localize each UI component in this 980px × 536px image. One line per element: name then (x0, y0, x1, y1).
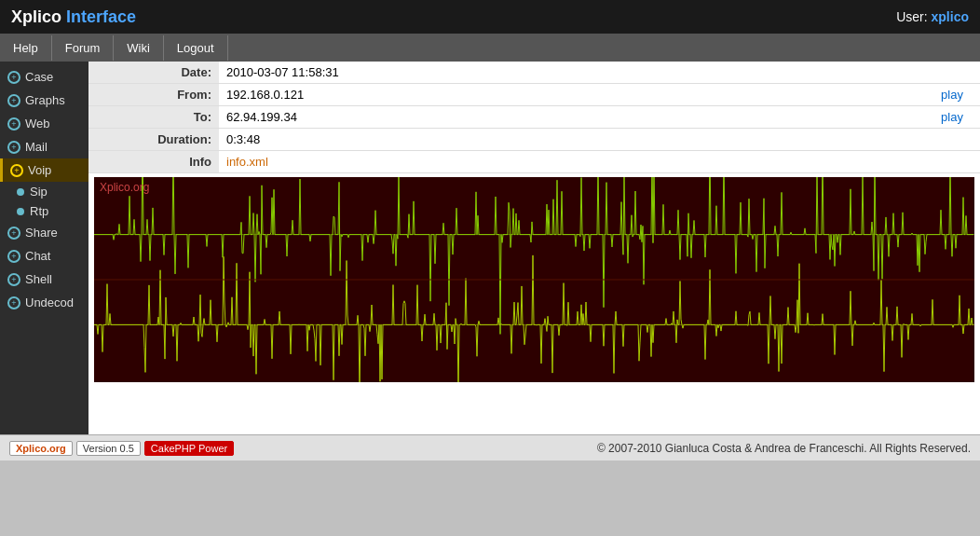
waveform-canvas (94, 177, 974, 382)
value-date: 2010-03-07 11:58:31 (219, 62, 924, 84)
mail-icon: + (7, 141, 20, 154)
sidebar-item-chat[interactable]: + Chat (0, 244, 88, 268)
footer-copyright: © 2007-2010 Gianluca Costa & Andrea de F… (597, 442, 971, 455)
shell-icon: + (7, 273, 20, 286)
play-link-from[interactable]: play (941, 88, 963, 102)
case-icon: + (7, 71, 20, 84)
nav-forum[interactable]: Forum (52, 35, 115, 61)
sidebar-item-shell[interactable]: + Shell (0, 268, 88, 291)
sidebar-label-web: Web (25, 117, 50, 131)
table-row-duration: Duration: 0:3:48 (88, 129, 980, 151)
play-cell-from[interactable]: play (924, 84, 980, 106)
play-link-to[interactable]: play (941, 110, 963, 124)
value-duration: 0:3:48 (219, 129, 924, 151)
sidebar-section: + Case + Graphs + Web + Mail + Voip Sip (0, 62, 88, 318)
value-from: 192.168.0.121 (219, 84, 924, 106)
web-icon: + (7, 117, 20, 131)
undecod-icon: + (7, 296, 20, 309)
sidebar-item-share[interactable]: + Share (0, 221, 88, 244)
app-title: Xplico Interface (11, 7, 136, 27)
sidebar-item-graphs[interactable]: + Graphs (0, 89, 88, 112)
sidebar-item-undecod[interactable]: + Undecod (0, 291, 88, 314)
sidebar-label-share: Share (25, 226, 58, 240)
sip-bullet (17, 188, 24, 196)
title-bold: Interface (66, 7, 136, 26)
content-area: Date: 2010-03-07 11:58:31 From: 192.168.… (88, 62, 980, 434)
label-to: To: (88, 106, 219, 129)
sidebar-item-mail[interactable]: + Mail (0, 135, 88, 158)
sidebar: + Case + Graphs + Web + Mail + Voip Sip (0, 62, 88, 434)
play-cell-info (924, 151, 980, 173)
graphs-icon: + (7, 94, 20, 107)
user-info: User: xplico (896, 9, 969, 24)
username: xplico (932, 9, 969, 24)
footer-logos: Xplico.org Version 0.5 CakePHP Power (9, 441, 234, 456)
play-cell-date (924, 62, 980, 84)
footer-cake-badge: CakePHP Power (144, 441, 234, 456)
sidebar-item-sip[interactable]: Sip (0, 182, 88, 201)
share-icon: + (7, 227, 20, 240)
waveform-label: Xplico.org (100, 181, 149, 194)
label-from: From: (88, 84, 219, 106)
sidebar-label-sip: Sip (30, 185, 48, 199)
sidebar-label-shell: Shell (25, 272, 52, 286)
play-cell-to[interactable]: play (924, 106, 980, 129)
waveform-container: Xplico.org (94, 177, 974, 382)
sidebar-label-undecod: Undecod (25, 295, 74, 309)
nav-wiki[interactable]: Wiki (114, 35, 164, 61)
sidebar-item-web[interactable]: + Web (0, 112, 88, 135)
sidebar-label-case: Case (25, 70, 53, 84)
play-cell-duration (924, 129, 980, 151)
sidebar-label-chat: Chat (25, 249, 50, 263)
title-plain: Xplico (11, 7, 61, 26)
table-row-date: Date: 2010-03-07 11:58:31 (88, 62, 980, 84)
sidebar-label-voip: Voip (28, 163, 51, 177)
footer-version-badge: Version 0.5 (76, 441, 141, 456)
info-table: Date: 2010-03-07 11:58:31 From: 192.168.… (88, 62, 980, 173)
sidebar-label-rtp: Rtp (30, 204, 48, 218)
footer: Xplico.org Version 0.5 CakePHP Power © 2… (0, 434, 980, 460)
info-xml-link[interactable]: info.xml (226, 155, 268, 169)
nav-help[interactable]: Help (0, 35, 52, 61)
app-header: Xplico Interface User: xplico (0, 0, 980, 34)
voip-icon: + (10, 164, 23, 177)
table-row-info: Info info.xml (88, 151, 980, 173)
label-info: Info (88, 151, 219, 173)
sidebar-item-rtp[interactable]: Rtp (0, 201, 88, 221)
sidebar-label-mail: Mail (25, 140, 48, 154)
user-label: User: (896, 9, 927, 24)
table-row-to: To: 62.94.199.34 play (88, 106, 980, 129)
main-layout: + Case + Graphs + Web + Mail + Voip Sip (0, 62, 980, 434)
sidebar-item-voip[interactable]: + Voip (0, 158, 88, 182)
value-to: 62.94.199.34 (219, 106, 924, 129)
rtp-bullet (17, 208, 24, 215)
navbar: Help Forum Wiki Logout (0, 34, 980, 62)
label-duration: Duration: (88, 129, 219, 151)
sidebar-label-graphs: Graphs (25, 93, 65, 107)
value-info[interactable]: info.xml (219, 151, 924, 173)
footer-xplico-badge: Xplico.org (9, 441, 73, 456)
nav-logout[interactable]: Logout (164, 35, 228, 61)
chat-icon: + (7, 250, 20, 263)
table-row-from: From: 192.168.0.121 play (88, 84, 980, 106)
sidebar-item-case[interactable]: + Case (0, 65, 88, 89)
label-date: Date: (88, 62, 219, 84)
